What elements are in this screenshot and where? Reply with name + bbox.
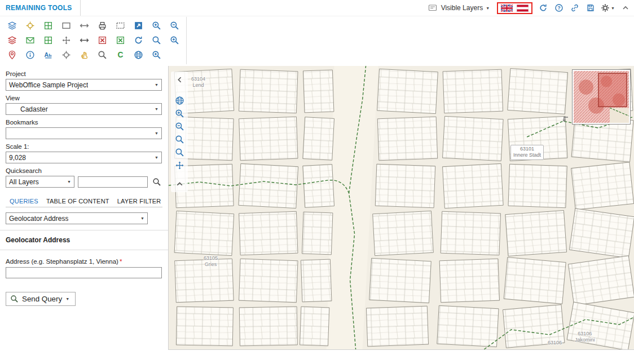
refresh-icon[interactable] (538, 3, 548, 14)
send-query-icon (10, 295, 19, 303)
send-query-button[interactable]: Send Query ▼ (6, 292, 76, 306)
tab-table-of-content[interactable]: TABLE OF CONTENT (42, 198, 113, 205)
quicksearch-input-wrap (78, 176, 148, 188)
snapping-icon[interactable] (21, 18, 39, 33)
print-icon[interactable] (93, 18, 111, 33)
project-label: Project (6, 70, 162, 77)
scale-label: Scale 1: (6, 143, 162, 150)
chevron-down-icon: ▼ (486, 6, 490, 10)
share-map-icon[interactable] (129, 18, 147, 33)
globe-icon[interactable] (172, 94, 187, 107)
project-select[interactable]: WebOffice Sample Project ▼ (6, 79, 162, 91)
view-select-value: Cadaster (9, 105, 48, 113)
zoom-previous-icon[interactable] (165, 33, 183, 47)
visible-layers-control[interactable]: Visible Layers ▼ (428, 3, 490, 14)
query-select[interactable]: Geolocator Address ▼ (6, 212, 148, 224)
chevron-down-icon: ▼ (611, 6, 615, 10)
chevron-down-icon: ▼ (67, 180, 71, 184)
dimensioning-icon[interactable] (75, 18, 93, 33)
query-section-title: Geolocator Address (6, 236, 162, 244)
zoom-out-icon[interactable] (172, 120, 187, 133)
world-map-icon[interactable] (129, 47, 147, 62)
quicksearch-label: Quicksearch (6, 167, 162, 174)
remove-filter-icon[interactable] (111, 33, 129, 47)
query-select-value: Geolocator Address (9, 215, 68, 223)
measure-area-icon[interactable] (57, 18, 75, 33)
collapse-sidebar-icon[interactable] (172, 73, 187, 86)
map-canvas[interactable]: 63104Lend 63101Innere Stadt 63105Gries 6… (168, 66, 634, 350)
bookmarks-select[interactable]: ▼ (6, 127, 162, 139)
chevron-down-icon: ▼ (140, 216, 144, 220)
zoom-in-icon[interactable] (147, 18, 165, 33)
collapse-header-icon[interactable] (620, 3, 631, 14)
zoom-to-selection-icon[interactable] (147, 33, 165, 47)
district-label-jakomini: 63106Jakomini (575, 331, 595, 344)
tab-queries[interactable]: QUERIES (6, 198, 42, 205)
link-icon[interactable] (569, 3, 580, 14)
annotation-highlight-language-switcher (497, 2, 532, 14)
uk-flag-icon[interactable] (501, 5, 513, 12)
pan-position-icon[interactable] (172, 159, 187, 172)
section-divider (0, 250, 168, 250)
chevron-down-icon: ▼ (155, 156, 158, 159)
send-map-mail-icon[interactable] (21, 33, 39, 47)
select-rectangle-icon[interactable] (111, 18, 129, 33)
pan-icon[interactable] (75, 47, 93, 62)
tools-toolbar (0, 17, 187, 64)
scale-select[interactable]: 9,028 ▼ (6, 152, 162, 163)
map-toolbar (171, 72, 188, 192)
move-map-icon[interactable] (57, 33, 75, 47)
zoom-full-extent-icon[interactable] (172, 146, 187, 159)
help-icon[interactable] (553, 3, 564, 14)
district-label-innere-stadt: 63101Innere Stadt (510, 145, 544, 160)
address-input-wrap (6, 267, 162, 278)
page-title: REMAINING TOOLS (0, 4, 80, 12)
add-theme-icon[interactable] (3, 18, 21, 33)
settings-icon[interactable]: ▼ (601, 3, 615, 14)
zoom-window-icon[interactable] (172, 133, 187, 146)
chevron-down-icon: ▼ (65, 297, 69, 301)
center-map-icon[interactable] (57, 47, 75, 62)
labeling-icon[interactable] (39, 47, 57, 62)
cadastral-map (169, 66, 634, 349)
zoom-in-icon[interactable] (172, 107, 187, 120)
view-select[interactable]: Cadaster ▼ (6, 103, 162, 115)
search-tool-icon[interactable] (93, 47, 111, 62)
scale-select-value: 9,028 (9, 154, 26, 162)
zoom-out-icon[interactable] (165, 18, 183, 33)
overview-map[interactable] (572, 69, 631, 125)
visible-layers-icon (428, 3, 438, 14)
bookmarks-label: Bookmarks (6, 119, 162, 126)
search-icon[interactable] (151, 176, 162, 188)
redlining-icon[interactable] (129, 33, 147, 47)
save-icon[interactable] (585, 3, 596, 14)
header-divider (80, 0, 81, 16)
quicksearch-layer-select[interactable]: All Layers ▼ (6, 176, 74, 188)
district-label-gries: 63105Gries (204, 255, 218, 268)
quicksearch-input[interactable] (78, 177, 147, 187)
chevron-down-icon: ▼ (155, 83, 158, 87)
required-mark: * (120, 258, 122, 265)
left-sidebar: Project WebOffice Sample Project ▼ View … (0, 66, 168, 364)
visible-layers-label: Visible Layers (441, 4, 483, 12)
measure-distance-icon[interactable] (75, 33, 93, 47)
clear-selection-icon[interactable] (93, 33, 111, 47)
weboffice-app: REMAINING TOOLS Visible Layers ▼ (0, 0, 634, 364)
sidebar-tabs: QUERIES TABLE OF CONTENT LAYER FILTER (6, 195, 162, 207)
copyright-icon[interactable] (111, 47, 129, 62)
layer-selection-icon[interactable] (39, 33, 57, 47)
identify-icon[interactable] (21, 47, 39, 62)
edit-theme-icon[interactable] (3, 33, 21, 47)
project-select-value: WebOffice Sample Project (9, 81, 88, 89)
district-label-lend: 63104Lend (191, 76, 205, 89)
tab-layer-filter[interactable]: LAYER FILTER (113, 198, 165, 205)
collapse-map-toolbar-icon[interactable] (172, 177, 187, 190)
zoom-full-icon[interactable] (147, 47, 165, 62)
overview-map-image (574, 71, 629, 123)
address-input[interactable] (6, 268, 161, 278)
map-themes-icon[interactable] (39, 18, 57, 33)
overview-collapse-icon[interactable] (562, 116, 570, 125)
district-label-jakomini-2: 63106 (548, 340, 562, 346)
street-view-icon[interactable] (3, 47, 21, 62)
austria-flag-icon[interactable] (517, 5, 529, 12)
